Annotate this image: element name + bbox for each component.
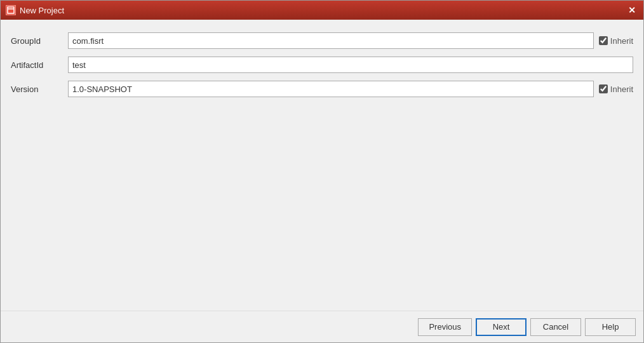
form-content: GroupId Inherit ArtifactId Version Inher… [1,20,643,311]
groupid-row: GroupId Inherit [11,32,633,49]
version-inherit-label: Inherit [610,84,633,94]
version-inherit-group: Inherit [599,84,633,94]
groupid-inherit-group: Inherit [599,36,633,46]
artifactid-label: ArtifactId [11,60,68,70]
version-row: Version Inherit [11,81,633,97]
window-icon [6,5,16,15]
footer: Previous Next Cancel Help [1,311,643,342]
svg-rect-0 [8,7,14,13]
version-inherit-checkbox[interactable] [599,84,608,93]
artifactid-input[interactable] [68,57,633,73]
groupid-inherit-checkbox[interactable] [599,36,608,45]
version-label: Version [11,84,68,94]
new-project-window: New Project ✕ GroupId Inherit ArtifactId… [0,0,644,343]
window-title: New Project [20,6,64,15]
next-button[interactable]: Next [476,318,527,336]
artifactid-row: ArtifactId [11,57,633,73]
close-button[interactable]: ✕ [626,4,638,17]
help-button[interactable]: Help [585,318,636,336]
groupid-label: GroupId [11,36,68,46]
title-bar-left: New Project [6,5,64,15]
previous-button[interactable]: Previous [418,318,472,336]
groupid-inherit-label: Inherit [610,36,633,46]
title-bar: New Project ✕ [1,1,643,20]
cancel-button[interactable]: Cancel [530,318,581,336]
groupid-input[interactable] [68,32,594,49]
version-input[interactable] [68,81,594,97]
